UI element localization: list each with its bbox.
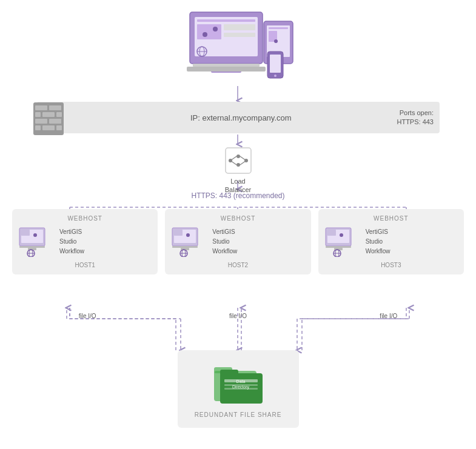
svg-rect-54 — [35, 125, 41, 130]
svg-rect-48 — [49, 105, 61, 110]
svg-rect-51 — [56, 112, 62, 117]
file-io-label-3: file I/O — [313, 313, 464, 319]
webhost-hostname-1: HOST1 — [18, 262, 152, 268]
svg-point-40 — [274, 39, 278, 43]
svg-rect-47 — [35, 105, 47, 110]
webhost-title-3: WEBHOST — [324, 215, 458, 222]
devices-icon — [172, 6, 305, 85]
svg-rect-86 — [327, 230, 336, 236]
file-io-label-1: file I/O — [12, 313, 163, 319]
svg-rect-38 — [269, 27, 288, 29]
svg-rect-44 — [187, 67, 266, 72]
svg-rect-29 — [224, 33, 255, 37]
load-balancer-icon — [223, 145, 253, 176]
fileshare-box: Data Directory REDUNDANT FILE SHARE — [178, 350, 299, 428]
svg-point-65 — [244, 159, 248, 162]
svg-rect-49 — [35, 112, 41, 117]
webhost-apps-3: VertiGIS Studio Workflow — [366, 227, 391, 256]
firewall-ip: IP: external.mycompany.com — [85, 113, 397, 122]
webhost-screen-icon-3 — [324, 227, 361, 257]
webhost-box-3: WEBHOST VertiGIS Studio Workflow — [318, 209, 464, 274]
webhost-screen-icon-1 — [18, 227, 55, 257]
svg-text:Data: Data — [236, 379, 245, 384]
svg-point-63 — [236, 155, 240, 158]
svg-rect-77 — [174, 230, 183, 236]
svg-point-78 — [186, 233, 190, 237]
fileshare-label: REDUNDANT FILE SHARE — [195, 411, 282, 418]
svg-point-43 — [274, 75, 277, 77]
svg-rect-28 — [224, 24, 255, 30]
firewall-icon — [30, 99, 67, 136]
svg-rect-53 — [49, 119, 61, 124]
svg-point-69 — [33, 233, 37, 237]
svg-rect-52 — [35, 119, 47, 124]
svg-text:Directory: Directory — [232, 385, 249, 390]
webhost-apps-1: VertiGIS Studio Workflow — [59, 227, 84, 256]
load-balancer-container: Load Balancer — [223, 145, 253, 195]
firewall-ports: Ports open: HTTPS: 443 — [397, 108, 440, 127]
https-label: HTTPS: 443 (recommended) — [191, 191, 284, 200]
webhost-title-2: WEBHOST — [171, 215, 304, 222]
webhost-content-1: VertiGIS Studio Workflow — [18, 227, 152, 257]
file-io-row: file I/O file I/O file I/O — [12, 313, 464, 319]
svg-rect-70 — [19, 246, 45, 248]
svg-rect-27 — [197, 24, 221, 39]
svg-rect-96 — [220, 370, 238, 376]
svg-rect-45 — [193, 64, 260, 67]
webhosts-row: WEBHOST VertiGIS Studio Workflow — [12, 209, 464, 274]
svg-rect-50 — [42, 112, 55, 117]
svg-point-30 — [203, 32, 207, 37]
svg-rect-42 — [270, 55, 281, 73]
svg-point-87 — [340, 233, 343, 237]
svg-rect-26 — [197, 19, 255, 22]
fileshare-container: Data Directory REDUNDANT FILE SHARE — [178, 350, 299, 428]
webhost-hostname-3: HOST3 — [324, 262, 458, 268]
webhost-hostname-2: HOST2 — [171, 262, 304, 268]
diagram: IP: external.mycompany.com Ports open: H… — [0, 0, 476, 449]
devices-container — [172, 6, 305, 85]
webhost-title-1: WEBHOST — [18, 215, 152, 222]
svg-point-31 — [213, 27, 218, 32]
svg-point-62 — [229, 159, 232, 162]
svg-rect-55 — [42, 125, 55, 130]
webhost-content-3: VertiGIS Studio Workflow — [324, 227, 458, 257]
webhost-screen-icon-2 — [171, 227, 207, 257]
svg-rect-56 — [56, 125, 62, 130]
fileshare-icon: Data Directory — [211, 360, 266, 405]
webhost-box-1: WEBHOST VertiGIS Studio Workflow — [12, 209, 158, 274]
file-io-label-2: file I/O — [163, 313, 313, 319]
svg-rect-88 — [326, 246, 351, 248]
firewall-row: IP: external.mycompany.com Ports open: H… — [36, 102, 440, 133]
svg-rect-68 — [21, 230, 30, 236]
webhost-content-2: VertiGIS Studio Workflow — [171, 227, 304, 257]
webhost-box-2: WEBHOST VertiGIS Studio Workflow — [165, 209, 310, 274]
svg-point-64 — [236, 163, 240, 167]
webhost-apps-2: VertiGIS Studio Workflow — [212, 227, 237, 256]
svg-rect-79 — [172, 246, 198, 248]
